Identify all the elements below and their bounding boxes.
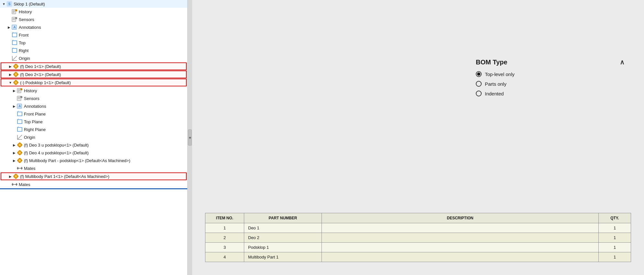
root-expand-btn[interactable]: ▼ xyxy=(1,1,6,6)
front-plane-item[interactable]: ▶ Front Plane xyxy=(0,110,187,118)
panel-divider: ◆ xyxy=(188,0,192,275)
table-row: 3 Podsklop 1 1 xyxy=(205,243,631,252)
svg-point-89 xyxy=(15,178,16,179)
cell-qty: 1 xyxy=(599,223,631,233)
deo1-expand[interactable]: ▶ xyxy=(8,64,13,69)
svg-point-78 xyxy=(19,162,20,163)
annotations-sub-item[interactable]: ▶ A Annotations xyxy=(0,102,187,110)
multibody1-item[interactable]: ▶ (f) Multibody Part 1<1> (Default<As Ma… xyxy=(1,172,187,180)
right-root-item[interactable]: ▶ Right xyxy=(0,47,187,54)
history-sub-item[interactable]: ▶ History xyxy=(0,87,187,94)
history-icon xyxy=(12,9,17,15)
right-plane-item[interactable]: ▶ Right Plane xyxy=(0,126,187,133)
plane-icon-top-plane xyxy=(17,119,23,125)
th-item-no: ITEM NO. xyxy=(205,213,244,223)
cell-item-no: 3 xyxy=(205,243,244,252)
annotations-sub-expand[interactable]: ▶ xyxy=(12,104,17,109)
radio-top-level[interactable]: Top-level only xyxy=(476,71,625,77)
podsklop1-expand[interactable]: ▼ xyxy=(8,80,13,85)
cell-qty: 1 xyxy=(599,252,631,262)
svg-point-71 xyxy=(19,150,20,151)
sensors-root-item[interactable]: ▶ Sensors xyxy=(0,16,187,23)
origin-sub-icon xyxy=(17,134,23,140)
svg-point-27 xyxy=(15,64,16,65)
svg-point-36 xyxy=(15,82,17,83)
history-root-item[interactable]: ▶ History xyxy=(0,8,187,16)
svg-point-72 xyxy=(19,154,20,155)
bom-table-container: ITEM NO. PART NUMBER DESCRIPTION QTY. 1 … xyxy=(205,213,631,262)
sensors-sub-item[interactable]: ▶ Sensors xyxy=(0,94,187,102)
svg-point-40 xyxy=(15,84,16,85)
plane-icon-right-plane xyxy=(17,126,23,132)
radio-indented[interactable]: Indented xyxy=(476,91,625,96)
svg-rect-52 xyxy=(17,112,22,116)
bom-type-header: BOM Type ∧ xyxy=(476,58,625,66)
svg-point-76 xyxy=(21,160,22,161)
collapse-handle[interactable]: ◆ xyxy=(188,129,192,146)
radio-parts-only[interactable]: Parts only xyxy=(476,81,625,87)
svg-point-8 xyxy=(15,17,17,19)
feature-tree-panel: ▼ S Sklop 1 (Default) ▶ History ▶ xyxy=(0,0,188,275)
top-plane-label: Top Plane xyxy=(24,119,43,124)
annotations-root-label: Annotations xyxy=(19,25,41,30)
svg-line-15 xyxy=(17,32,17,33)
cell-description xyxy=(322,223,599,233)
svg-line-58 xyxy=(17,135,22,139)
multibody-sub-item[interactable]: ▶ (f) Multibody Part - podsklop<1> (Defa… xyxy=(0,157,187,164)
svg-rect-13 xyxy=(12,33,17,37)
svg-point-47 xyxy=(20,96,22,98)
table-row: 1 Deo 1 1 xyxy=(205,223,631,233)
left-panel-bottom-bar xyxy=(0,188,187,189)
svg-point-31 xyxy=(13,74,15,75)
front-root-item[interactable]: ▶ Front xyxy=(0,31,187,39)
history-sub-expand[interactable]: ▶ xyxy=(12,88,17,93)
cell-part-number: Podsklop 1 xyxy=(244,243,322,252)
table-header-row: ITEM NO. PART NUMBER DESCRIPTION QTY. xyxy=(205,213,631,223)
deo2-expand[interactable]: ▶ xyxy=(8,72,13,77)
origin-root-item[interactable]: ▶ Origin xyxy=(0,54,187,62)
svg-point-75 xyxy=(17,160,18,161)
front-plane-label: Front Plane xyxy=(24,112,46,116)
radio-circle-indented xyxy=(476,91,482,96)
svg-point-33 xyxy=(15,72,16,73)
sensors-root-label: Sensors xyxy=(19,17,34,22)
svg-text:A: A xyxy=(18,104,21,108)
right-panel: BOM Type ∧ Top-level only Parts only Ind… xyxy=(192,0,644,275)
podsklop1-item[interactable]: ▼ (-) Podsklop 1<1> (Default) xyxy=(1,79,187,86)
assembly-icon: S xyxy=(6,1,12,7)
multibody1-label: (f) Multibody Part 1<1> (Default<As Mach… xyxy=(20,174,109,179)
deo3-item[interactable]: ▶ (f) Deo 3 u podsklopu<1> (Default) xyxy=(0,141,187,149)
tree-root[interactable]: ▼ S Sklop 1 (Default) xyxy=(0,0,187,8)
deo4-item[interactable]: ▶ (f) Deo 4 u podsklopu<1> (Default) xyxy=(0,149,187,157)
multibody-sub-expand[interactable]: ▶ xyxy=(12,158,17,163)
bom-type-collapse-btn[interactable]: ∧ xyxy=(620,58,625,66)
svg-point-74 xyxy=(19,160,21,161)
deo3-expand[interactable]: ▶ xyxy=(12,142,17,148)
top-root-item[interactable]: ▶ Top xyxy=(0,39,187,47)
deo4-expand[interactable]: ▶ xyxy=(12,150,17,155)
origin-sub-label: Origin xyxy=(24,135,35,140)
svg-point-70 xyxy=(21,152,22,153)
annotations-icon: A xyxy=(12,24,17,30)
annotations-root-expand[interactable]: ▶ xyxy=(6,25,12,30)
th-part-number: PART NUMBER xyxy=(244,213,322,223)
plane-icon-right xyxy=(12,48,17,53)
top-plane-item[interactable]: ▶ Top Plane xyxy=(0,118,187,126)
multibody1-expand[interactable]: ▶ xyxy=(8,174,13,179)
annotations-root-item[interactable]: ▶ A Annotations xyxy=(0,23,187,31)
mates-sub-item[interactable]: ▶ Mates xyxy=(0,164,187,172)
mates-root-item[interactable]: ▶ Mates xyxy=(0,181,187,188)
deo2-item[interactable]: ▶ (f) Deo 2<1> (Default) xyxy=(1,71,187,78)
svg-point-37 xyxy=(13,82,15,83)
right-root-label: Right xyxy=(19,48,28,53)
cell-qty: 1 xyxy=(599,233,631,243)
cell-part-number: Deo 1 xyxy=(244,223,322,233)
origin-sub-item[interactable]: ▶ Origin xyxy=(0,133,187,141)
front-root-label: Front xyxy=(19,33,28,38)
svg-point-63 xyxy=(17,144,18,146)
deo1-item[interactable]: ▶ (f) Deo 1<1> (Default) xyxy=(1,62,187,70)
svg-point-62 xyxy=(19,144,21,146)
right-plane-label: Right Plane xyxy=(24,127,46,132)
svg-text:A: A xyxy=(13,25,16,29)
svg-point-42 xyxy=(20,88,22,90)
